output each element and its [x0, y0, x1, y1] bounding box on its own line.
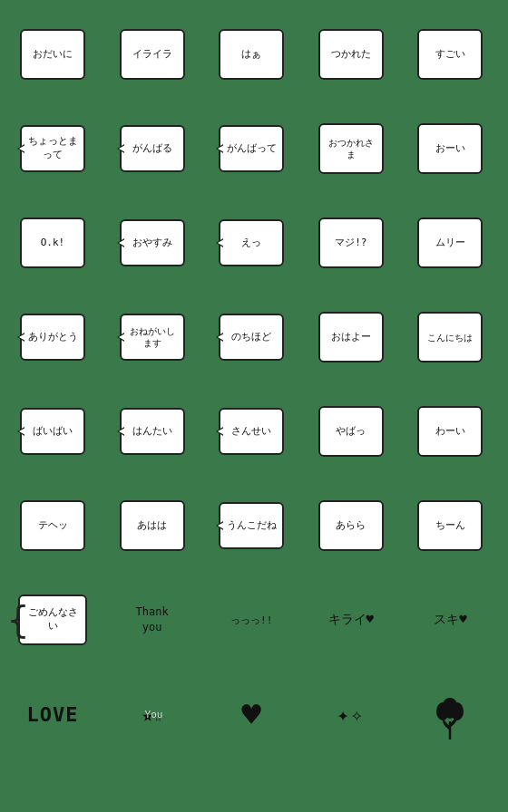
sticker-teheh[interactable]: テヘッ — [7, 480, 98, 571]
sticker-tulip[interactable] — [405, 669, 495, 759]
svg-point-4 — [443, 701, 457, 719]
tulip-icon — [432, 690, 468, 740]
sticker-sansei[interactable]: さんせい — [206, 386, 297, 477]
sticker-otsukaresama[interactable]: おつかれさま — [306, 103, 396, 194]
sticker-sparkle[interactable]: ✦✧ — [306, 669, 396, 759]
sticker-ganbaru[interactable]: がんばる — [107, 103, 198, 194]
sticker-grid: おだいに イライラ はぁ つかれた すごい ちょっとまって がんばる がんばって — [0, 0, 508, 768]
sticker-gomennasai[interactable]: { ごめんなさい — [7, 575, 98, 665]
sticker-konnichiwa[interactable]: こんにちは — [405, 292, 495, 382]
sticker-odaini[interactable]: おだいに — [7, 9, 98, 100]
sticker-baibai[interactable]: ばいばい — [7, 386, 98, 477]
sticker-chiin[interactable]: ちーん — [405, 480, 495, 571]
sticker-ett[interactable]: えっ — [206, 198, 297, 288]
sticker-zzz[interactable]: っっっ!! — [206, 575, 297, 665]
sticker-sugoi[interactable]: すごい — [405, 9, 495, 100]
sticker-iraira[interactable]: イライラ — [107, 9, 198, 100]
sticker-ahaha[interactable]: あはは — [107, 480, 198, 571]
curly-brace-icon: { — [7, 602, 29, 638]
love-text: LOVE — [27, 703, 79, 726]
heart-icon: ♥ — [241, 696, 261, 733]
sticker-muri[interactable]: ムリー — [405, 198, 495, 288]
sticker-wai[interactable]: わーい — [405, 386, 495, 477]
sticker-hantai[interactable]: はんたい — [107, 386, 198, 477]
sparkle-icon: ✦✧ — [337, 703, 366, 726]
sticker-ganbatte[interactable]: がんばって — [206, 103, 297, 194]
sticker-love[interactable]: LOVE — [7, 669, 98, 759]
sticker-yabatsu[interactable]: やばっ — [306, 386, 396, 477]
you-label: You — [113, 704, 194, 721]
sticker-arigatou[interactable]: ありがとう — [7, 292, 98, 382]
sticker-oyasumi[interactable]: おやすみ — [107, 198, 198, 288]
sticker-heart[interactable]: ♥ — [206, 669, 297, 759]
sticker-chottomatte[interactable]: ちょっとまって — [7, 103, 98, 194]
sticker-ohayou[interactable]: おはよー — [306, 292, 396, 382]
sticker-maji[interactable]: マジ!? — [306, 198, 396, 288]
sticker-ok[interactable]: O.k! — [7, 198, 98, 288]
sticker-arara[interactable]: あらら — [306, 480, 396, 571]
sticker-tsukareta[interactable]: つかれた — [306, 9, 396, 100]
sticker-kirai[interactable]: キライ♥ — [306, 575, 396, 665]
sticker-unko[interactable]: うんこだね — [206, 480, 297, 571]
sticker-onegaishimasu[interactable]: おねがいします — [107, 292, 198, 382]
sticker-suki[interactable]: スキ♥ — [405, 575, 495, 665]
sticker-haa[interactable]: はぁ — [206, 9, 297, 100]
sticker-ooi[interactable]: おーい — [405, 103, 495, 194]
sticker-nochihodo[interactable]: のちほど — [206, 292, 297, 382]
sticker-thankyou[interactable]: Thankyou — [107, 575, 198, 665]
